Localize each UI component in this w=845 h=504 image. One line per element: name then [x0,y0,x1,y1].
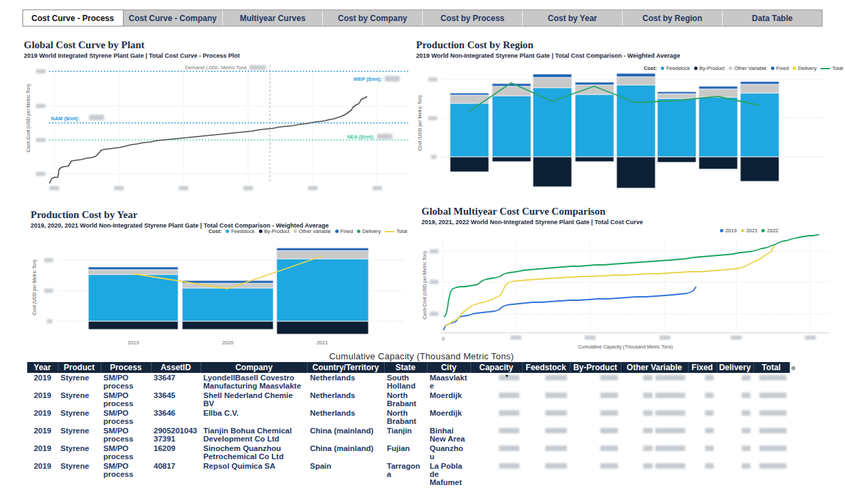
bar-segment-seg-b[interactable] [88,321,178,329]
year-bar-series[interactable] [88,248,368,334]
col-feedstock[interactable]: Feedstock [522,362,570,373]
bar-segment-seg-b[interactable] [182,321,273,329]
bar-segment-seg-x[interactable] [533,74,572,77]
table-row[interactable]: 2019 Styrene SM/PO process 33646 Ellba C… [27,408,789,426]
table-row[interactable]: 2019 Styrene SM/PO process 16209 Sinoche… [27,444,789,461]
bar-segment-seg-x[interactable] [182,281,273,283]
bar-segment-seg-x[interactable] [450,93,489,95]
capacity-value-redacted [470,461,522,487]
col-year[interactable]: Year [27,362,58,373]
chart-subtitle: 2019 World Non-Integrated Styrene Plant … [416,52,843,59]
col-product[interactable]: Product [58,362,101,373]
region-bar-series[interactable] [450,73,779,188]
bar-segment-seg-f[interactable] [533,88,572,157]
bar-segment-seg-x[interactable] [492,84,531,86]
col-assetid[interactable]: AssetID [151,362,201,373]
y-axis-tick-labels-redacted [430,249,438,316]
series-line-s2021[interactable] [445,245,775,327]
bar-segment-seg-o[interactable] [533,77,572,88]
col-city[interactable]: City [427,362,470,373]
bar-segment-seg-b[interactable] [575,157,614,162]
legend-item-fixed[interactable]: Fixed [335,228,353,234]
series-line-s2022[interactable] [444,234,820,317]
tab-multiyear-curves[interactable]: Multiyear Curves [223,10,323,26]
bar-segment-seg-x[interactable] [617,73,655,77]
bar-segment-seg-x[interactable] [740,82,779,84]
col-fixed[interactable]: Fixed [688,362,717,373]
legend-item-feedstock[interactable]: Feedstock [661,65,690,71]
sort-descending-icon[interactable]: ▼ [504,374,509,378]
bar-segment-seg-b[interactable] [450,157,489,172]
year-stacked-bar-plot[interactable]: 2019 2020 2021 Cost (USD per Metric Ton) [31,240,413,350]
tab-cost-by-year[interactable]: Cost by Year [523,10,623,26]
col-company[interactable]: Company [201,362,307,373]
bar-segment-seg-f[interactable] [699,97,738,157]
legend-item-delivery[interactable]: Delivery [357,228,381,234]
legend-item-total[interactable]: Total [385,228,407,234]
bar-segment-seg-f[interactable] [657,98,696,157]
tab-cost-by-process[interactable]: Cost by Process [423,10,523,26]
tab-cost-by-region[interactable]: Cost by Region [623,10,723,26]
bar-segment-seg-f[interactable] [617,85,655,157]
bar-segment-seg-o[interactable] [492,86,531,96]
tab-cost-curve-process[interactable]: Cost Curve - Process [23,10,123,26]
bar-segment-seg-x[interactable] [657,92,696,94]
table-row[interactable]: 2019 Styrene SM/PO process 33647 Lyondel… [27,373,789,391]
bar-segment-seg-x[interactable] [699,86,738,89]
bar-segment-seg-f[interactable] [575,94,614,157]
multiyear-curve-plot[interactable]: 0 Cumulative Capacity (Thousand Metric T… [421,234,843,354]
bar-segment-seg-f[interactable] [88,274,178,321]
table-row[interactable]: 2019 Styrene SM/PO process 33645 Shell N… [27,391,789,408]
tab-cost-by-company[interactable]: Cost by Company [323,10,423,26]
plant-cost-curve-plot[interactable]: Demand (-000- Metric Tons WEP ($/mt): NA… [24,64,415,194]
bar-segment-seg-b[interactable] [533,157,572,187]
col-country-territory[interactable]: Country/Territory [307,362,384,373]
col-by-product[interactable]: By-Product [570,362,621,373]
scroll-indicator-dot[interactable] [791,366,795,370]
col-delivery[interactable]: Delivery [717,362,753,373]
legend-item-by-product[interactable]: By-Product [694,65,725,71]
tab-cost-curve-company[interactable]: Cost Curve - Company [123,10,223,26]
bar-segment-seg-b[interactable] [492,157,531,162]
legend-item-2021[interactable]: 2021 [741,228,758,234]
table-row[interactable]: 2019 Styrene SM/PO process 40817 Repsol … [27,461,789,487]
legend-item-2022[interactable]: 2022 [761,228,778,234]
bar-segment-seg-o[interactable] [740,84,779,93]
col-other-variable[interactable]: Other Variable [621,362,688,373]
bar-segment-seg-f[interactable] [277,259,368,321]
bar-segment-seg-f[interactable] [492,96,531,157]
total-value-redacted [753,408,789,426]
legend-item-total[interactable]: Total [821,65,843,71]
chart-title: Production Cost by Region [416,39,843,51]
gridlines [441,241,829,333]
bar-segment-seg-x[interactable] [575,82,614,85]
col-total[interactable]: Total [753,362,789,373]
col-capacity[interactable]: Capacity [470,362,522,373]
legend-item-2019[interactable]: 2019 [720,228,737,234]
legend-item-other-variable[interactable]: Other Variable [729,65,767,71]
legend-item-by-product[interactable]: By-Product [259,228,290,234]
bar-segment-seg-b[interactable] [617,157,655,188]
legend-item-delivery[interactable]: Delivery [793,65,816,71]
x-tick-2020: 2020 [222,340,234,346]
bar-segment-seg-o[interactable] [88,270,178,274]
bar-segment-seg-f[interactable] [182,288,273,321]
bar-segment-seg-o[interactable] [617,77,655,85]
bar-segment-seg-b[interactable] [657,157,696,162]
tab-data-table[interactable]: Data Table [723,10,822,26]
table-row[interactable]: 2019 Styrene SM/PO process 2905201043373… [27,426,789,444]
bar-segment-seg-b[interactable] [699,157,738,169]
region-stacked-bar-plot[interactable]: Cost (USD per Metric Ton) [416,73,843,207]
bar-segment-seg-b[interactable] [277,321,368,334]
bar-segment-seg-x[interactable] [277,248,368,251]
bar-segment-seg-x[interactable] [88,267,178,270]
series-line-s2019[interactable] [443,287,696,330]
legend-item-other-variable[interactable]: Other variable [294,228,331,234]
col-state[interactable]: State [384,362,427,373]
legend-item-fixed[interactable]: Fixed [771,65,789,71]
legend-item-feedstock[interactable]: Feedstock [226,228,255,234]
bar-segment-seg-o[interactable] [657,94,696,98]
bar-segment-seg-o[interactable] [277,251,368,259]
col-process[interactable]: Process [101,362,151,373]
bar-segment-seg-b[interactable] [740,157,779,181]
